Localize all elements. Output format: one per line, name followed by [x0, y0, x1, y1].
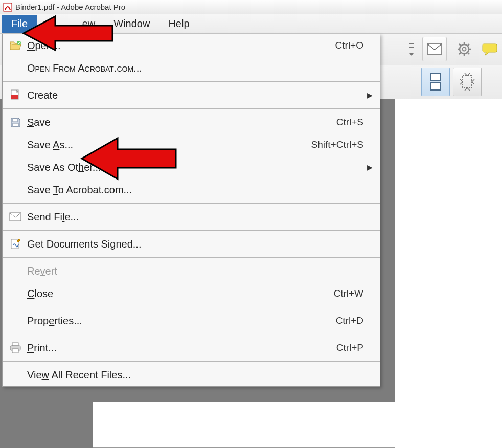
svg-rect-18 — [13, 119, 17, 122]
svg-line-11 — [468, 44, 469, 46]
save-icon — [7, 117, 24, 128]
menu-properties[interactable]: Properties... Ctrl+D — [3, 309, 380, 332]
menu-separator — [3, 307, 380, 307]
comment-button[interactable] — [482, 37, 498, 61]
menu-get-signed-label: Get Documents Signed... — [24, 238, 363, 250]
svg-rect-19 — [13, 123, 18, 126]
menu-revert-label: Revert — [24, 265, 363, 277]
menu-create-label: Create — [24, 89, 363, 101]
menu-save-to-label: Save To Acrobat.com... — [24, 184, 363, 196]
menu-close-shortcut: Ctrl+W — [333, 288, 363, 299]
scroll-mode-button[interactable] — [421, 68, 450, 96]
menu-revert: Revert — [3, 260, 380, 282]
submenu-arrow-icon: ▶ — [363, 91, 373, 99]
print-icon — [7, 342, 24, 353]
acrobat-icon — [3, 3, 12, 12]
svg-line-10 — [459, 53, 461, 54]
menu-separator — [3, 230, 380, 231]
svg-rect-17 — [11, 95, 18, 99]
menu-properties-label: Properties... — [24, 315, 336, 327]
folder-open-icon — [7, 40, 24, 51]
mail-icon — [7, 212, 24, 221]
svg-line-8 — [459, 44, 461, 46]
fit-page-button[interactable] — [453, 68, 482, 96]
menu-separator — [3, 203, 380, 204]
menu-bar: File Edit ew Window Help — [0, 14, 502, 34]
menu-open-from-label: Open From Acrobat.com... — [24, 62, 363, 74]
svg-rect-13 — [431, 83, 440, 90]
menu-save-as-label: Save As... — [24, 139, 311, 151]
menu-open-label: Open... — [24, 40, 335, 52]
menu-send-file[interactable]: Send File... — [3, 206, 380, 228]
menu-save-as-shortcut: Shift+Ctrl+S — [311, 139, 363, 150]
menu-properties-shortcut: Ctrl+D — [336, 315, 363, 326]
menu-open-shortcut: Ctrl+O — [335, 40, 363, 51]
menu-close-label: Close — [24, 288, 333, 300]
app-window: Binder1.pdf - Adobe Acrobat Pro File Edi… — [0, 0, 502, 448]
submenu-arrow-icon: ▶ — [363, 163, 373, 171]
sign-icon — [7, 238, 24, 250]
menu-save-shortcut: Ctrl+S — [336, 117, 363, 128]
menu-print[interactable]: Print... Ctrl+P — [3, 337, 380, 359]
svg-rect-12 — [431, 74, 440, 81]
menu-file[interactable]: File — [2, 15, 37, 33]
menu-save-as-other-label: Save As Other... — [24, 162, 363, 173]
menu-print-shortcut: Ctrl+P — [336, 342, 363, 353]
svg-rect-22 — [12, 343, 18, 346]
menu-separator — [3, 81, 380, 82]
menu-view[interactable]: ew — [73, 15, 105, 33]
menu-save[interactable]: Save Ctrl+S — [3, 111, 380, 133]
menu-get-signed[interactable]: Get Documents Signed... — [3, 233, 380, 255]
file-menu-dropdown: Open... Ctrl+O Open From Acrobat.com... … — [2, 34, 380, 387]
menu-open-from-acrobat[interactable]: Open From Acrobat.com... — [3, 57, 380, 79]
menu-print-label: Print... — [24, 342, 336, 354]
svg-rect-14 — [463, 76, 472, 88]
menu-help[interactable]: Help — [159, 15, 198, 33]
svg-line-9 — [468, 53, 469, 54]
menu-separator — [3, 257, 380, 258]
menu-window[interactable]: Window — [104, 15, 159, 33]
menu-create[interactable]: Create ▶ — [3, 84, 380, 106]
menu-send-file-label: Send File... — [24, 211, 363, 223]
svg-point-3 — [463, 48, 466, 51]
right-panel — [395, 99, 502, 448]
menu-save-to-acrobat[interactable]: Save To Acrobat.com... — [3, 178, 380, 201]
svg-point-2 — [460, 44, 469, 54]
menu-close[interactable]: Close Ctrl+W — [3, 282, 380, 305]
title-bar: Binder1.pdf - Adobe Acrobat Pro — [0, 0, 502, 14]
menu-separator — [3, 108, 380, 109]
mail-button[interactable] — [422, 37, 447, 61]
settings-button[interactable] — [452, 37, 476, 61]
customize-button[interactable] — [406, 37, 417, 61]
window-title: Binder1.pdf - Adobe Acrobat Pro — [15, 3, 125, 11]
menu-save-label: Save — [24, 117, 336, 128]
menu-separator — [3, 334, 380, 334]
menu-view-recent-label: View All Recent Files... — [24, 369, 363, 381]
menu-open[interactable]: Open... Ctrl+O — [3, 34, 380, 57]
menu-save-as[interactable]: Save As... Shift+Ctrl+S — [3, 133, 380, 156]
create-pdf-icon — [7, 89, 24, 101]
menu-separator — [3, 361, 380, 362]
document-page[interactable] — [93, 402, 409, 448]
svg-rect-24 — [12, 349, 18, 353]
menu-save-as-other[interactable]: Save As Other... ▶ — [3, 156, 380, 178]
menu-view-recent[interactable]: View All Recent Files... — [3, 364, 380, 386]
